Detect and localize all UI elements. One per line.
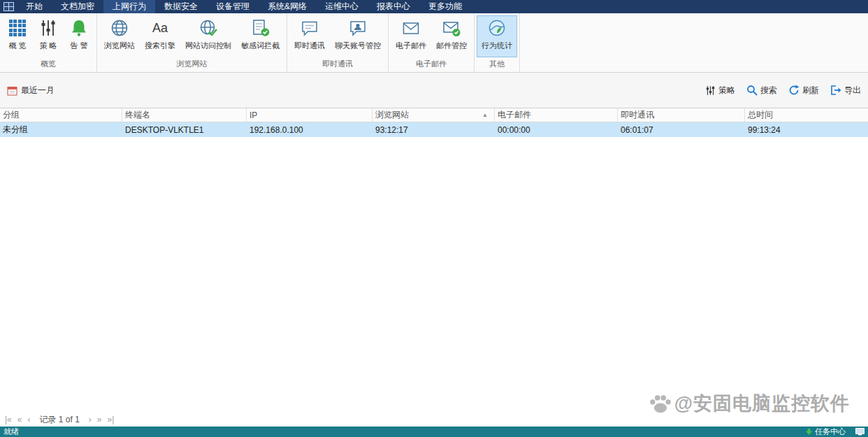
column-header-label: 浏览网站 (375, 109, 409, 121)
cell-total-time: 99:13:24 (745, 122, 868, 137)
ribbon-button-label: 电子邮件 (396, 41, 426, 51)
ribbon-group-overview: 概 览 策 略 告 警 概览 (0, 13, 97, 72)
email-control-button[interactable]: 邮件管控 (431, 15, 472, 57)
pager: |« « ‹ 记录 1 of 1 › » »| (0, 413, 868, 427)
date-filter-label: 最近一月 (21, 85, 55, 96)
overview-button[interactable]: 概 览 (2, 15, 33, 57)
pager-prev-button[interactable]: ‹ (27, 415, 30, 424)
pager-next-fast-button[interactable]: » (97, 415, 102, 424)
app-menu-icon (3, 2, 14, 11)
sort-asc-icon[interactable]: ▲ (482, 112, 491, 118)
cell-terminal: DESKTOP-VLKTLE1 (122, 122, 247, 137)
column-header-label: 分组 (3, 109, 20, 121)
search-engine-font-icon: Aa (151, 19, 169, 37)
calendar-icon (7, 85, 17, 96)
tab-more-features[interactable]: 更多功能 (419, 0, 471, 13)
tab-device-mgmt[interactable]: 设备管理 (207, 0, 259, 13)
toolbar-action-label: 搜索 (760, 85, 777, 96)
ribbon-button-label: 告 警 (70, 41, 87, 51)
ribbon-button-label: 行为统计 (482, 41, 512, 51)
im-button[interactable]: 即时通讯 (289, 15, 330, 57)
cell-group: 未分组 (0, 122, 122, 137)
tab-web-behavior[interactable]: 上网行为 (103, 0, 155, 13)
svg-text:Aa: Aa (152, 21, 168, 35)
tab-system-network[interactable]: 系统&网络 (259, 0, 316, 13)
date-range-filter[interactable]: 最近一月 (7, 85, 55, 96)
table-header: 分组 终端名 IP 浏览网站 ▲ 电子邮件 即时通讯 总时间 (0, 108, 868, 122)
ribbon-group-label: 即时通讯 (289, 57, 386, 72)
ribbon-button-label: 浏览网站 (104, 41, 135, 51)
refresh-icon (788, 85, 800, 96)
column-header-terminal[interactable]: 终端名 (122, 108, 247, 122)
export-icon (830, 85, 841, 96)
toolbar-action-label: 刷新 (802, 85, 819, 96)
column-header-email[interactable]: 电子邮件 (495, 108, 618, 122)
statusbar: 就绪 任务中心 (0, 427, 868, 437)
ribbon-button-label: 概 览 (8, 41, 26, 51)
email-icon (402, 19, 420, 37)
taskbar-monitor-icon[interactable] (855, 428, 865, 436)
filter-toolbar: 最近一月 策略 搜索 刷新 (0, 73, 868, 108)
titlebar: 开始 文档加密 上网行为 数据安全 设备管理 系统&网络 运维中心 报表中心 更… (0, 0, 868, 13)
site-access-control-button[interactable]: 网站访问控制 (180, 15, 236, 57)
ribbon-group-label: 概览 (2, 57, 94, 72)
email-button[interactable]: 电子邮件 (391, 15, 431, 57)
app-menu-button[interactable] (0, 0, 17, 13)
policy-action-button[interactable]: 策略 (705, 85, 735, 96)
refresh-action-button[interactable]: 刷新 (788, 85, 819, 96)
column-header-label: 总时间 (748, 109, 773, 121)
sensitive-word-block-button[interactable]: 敏感词拦截 (236, 15, 284, 57)
ribbon-button-label: 网站访问控制 (185, 41, 231, 51)
policy-sliders-icon (705, 85, 716, 96)
app-window: 开始 文档加密 上网行为 数据安全 设备管理 系统&网络 运维中心 报表中心 更… (0, 0, 868, 437)
ribbon-group-im: 即时通讯 聊天账号管控 即时通讯 (287, 13, 389, 72)
cell-email-time: 00:00:00 (495, 122, 618, 137)
ribbon-button-label: 策 略 (39, 41, 57, 51)
alert-button[interactable]: 告 警 (64, 15, 94, 57)
ribbon-button-label: 搜索引擎 (145, 41, 175, 51)
table-empty-area (0, 137, 868, 413)
pager-next-button[interactable]: › (89, 415, 92, 424)
column-header-im[interactable]: 即时通讯 (618, 108, 745, 122)
ribbon-group-other: 行为统计 其他 (475, 13, 520, 72)
browse-website-button[interactable]: 浏览网站 (99, 15, 140, 57)
ribbon-button-label: 即时通讯 (294, 41, 325, 51)
ribbon: 概 览 策 略 告 警 概览 (0, 13, 868, 73)
column-header-label: IP (249, 110, 257, 120)
column-header-label: 电子邮件 (498, 109, 531, 121)
policy-button[interactable]: 策 略 (33, 15, 64, 57)
task-center-arrow-icon (805, 428, 813, 436)
toolbar-action-label: 策略 (718, 85, 735, 96)
policy-sliders-icon (39, 19, 57, 37)
pager-prev-fast-button[interactable]: « (17, 415, 22, 424)
task-center-button[interactable]: 任务中心 (805, 427, 846, 437)
column-header-ip[interactable]: IP (247, 108, 372, 122)
site-access-globe-icon (199, 19, 217, 37)
column-header-browse[interactable]: 浏览网站 ▲ (372, 108, 495, 122)
alert-bell-icon (70, 19, 88, 37)
cell-im-time: 06:01:07 (618, 122, 745, 137)
ribbon-button-label: 聊天账号管控 (335, 41, 381, 51)
search-icon (746, 85, 758, 96)
ribbon-group-email: 电子邮件 邮件管控 电子邮件 (389, 13, 475, 72)
im-chat-icon (301, 19, 319, 37)
tab-report-center[interactable]: 报表中心 (368, 0, 419, 13)
tab-doc-encryption[interactable]: 文档加密 (52, 0, 103, 13)
chat-account-control-button[interactable]: 聊天账号管控 (330, 15, 386, 57)
column-header-total[interactable]: 总时间 (745, 108, 868, 122)
search-engine-button[interactable]: Aa 搜索引擎 (140, 15, 180, 57)
pager-last-button[interactable]: »| (108, 415, 115, 424)
pager-first-button[interactable]: |« (5, 415, 12, 424)
tab-data-security[interactable]: 数据安全 (155, 0, 207, 13)
table-row[interactable]: 未分组 DESKTOP-VLKTLE1 192.168.0.100 93:12:… (0, 122, 868, 137)
tab-home[interactable]: 开始 (17, 0, 52, 13)
ribbon-group-label: 浏览网站 (99, 57, 284, 72)
behavior-stats-button[interactable]: 行为统计 (477, 15, 517, 57)
ribbon-group-label: 其他 (477, 57, 517, 72)
column-header-group[interactable]: 分组 (0, 108, 122, 122)
cell-browse-time: 93:12:17 (372, 122, 495, 137)
export-action-button[interactable]: 导出 (830, 85, 861, 96)
tab-ops-center[interactable]: 运维中心 (316, 0, 368, 13)
search-action-button[interactable]: 搜索 (746, 85, 777, 96)
column-header-label: 终端名 (125, 109, 150, 121)
